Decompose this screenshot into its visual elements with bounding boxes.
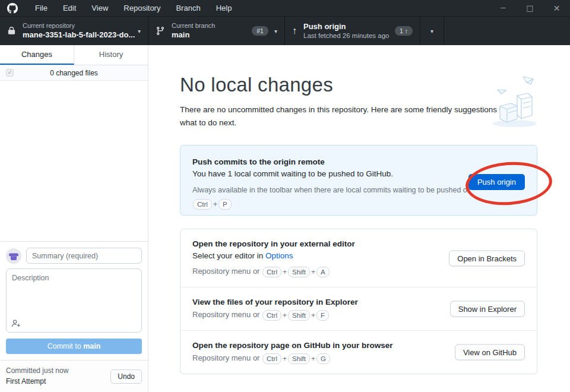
person-add-icon [11,318,21,328]
keycap-shift: Shift [288,353,310,364]
changed-files-count: 0 changed files [0,69,148,77]
changes-list-empty-area [0,81,148,241]
last-commit-name: First Attempt [6,377,68,387]
card-explorer-note: Repository menu or [192,311,262,320]
toolbar: Current repository mane-3351-lab-5-fall-… [0,17,570,45]
toolbar-filler [444,17,570,45]
menu-item-file[interactable]: File [27,0,55,17]
repository-label: Current repository [23,22,135,30]
suggestion-card-editor: Open the repository in your external edi… [180,229,537,287]
card-editor-shortcut: Repository menu or Ctrl+Shift+A [192,267,525,277]
chevron-down-icon: ▾ [274,28,277,34]
branch-switcher-text: Current branch main [172,22,215,40]
minimize-button[interactable]: ─ [490,0,517,17]
keycap-f: F [316,310,329,321]
push-origin-toolbar-button[interactable]: ↑ Push origin Last fetched 26 minutes ag… [285,17,420,45]
keycap-shift: Shift [288,310,310,321]
changed-files-row: ✓ 0 changed files [0,65,148,81]
push-options-dropdown[interactable]: ▾ [420,17,444,45]
git-branch-icon [156,26,165,36]
github-desktop-window: { "icons": { "chevron_down": "▾", "arrow… [0,0,570,392]
keycap-shift: Shift [288,267,310,277]
push-origin-label: Push origin [303,22,390,31]
options-link[interactable]: Options [265,251,293,260]
no-changes-illustration [490,74,540,131]
menu-item-help[interactable]: Help [208,0,240,17]
branch-switcher[interactable]: Current branch main #1 ▾ [148,17,285,45]
commit-button-prefix: Commit to [48,342,83,350]
repository-switcher-text: Current repository mane-3351-lab-5-fall-… [23,22,135,40]
show-in-explorer-button[interactable]: Show in Explorer [450,301,525,317]
card-push-shortcut: Ctrl+P [192,198,525,210]
key-plus: + [311,268,315,276]
branch-name: main [172,30,215,40]
menu-item-branch[interactable]: Branch [168,0,208,17]
suggestion-card-github: Open the repository page on GitHub in yo… [180,331,537,374]
card-github-note: Repository menu or [192,354,262,363]
keycap-p: P [218,199,232,210]
keycap-ctrl: Ctrl [262,310,281,321]
keycap-ctrl: Ctrl [262,267,281,277]
keycap-ctrl: Ctrl [262,353,281,364]
menu-bar: File Edit View Repository Branch Help ─ … [0,0,570,17]
open-in-brackets-button[interactable]: Open in Brackets [449,250,525,266]
suggestion-list: Open the repository in your external edi… [180,229,537,374]
lock-icon [7,26,16,36]
window-controls: ─ □ ✕ [490,0,570,17]
tab-changes[interactable]: Changes [0,45,74,65]
key-plus: + [283,268,287,276]
undo-button[interactable]: Undo [110,369,142,384]
keycap-ctrl: Ctrl [193,199,212,210]
check-icon: ✓ [8,70,12,75]
sidebar-tabs: Changes History [0,45,148,65]
menu-item-edit[interactable]: Edit [55,0,84,17]
arrow-up-icon: ↑ [292,26,297,36]
commit-form: Commit to main [0,241,148,360]
key-plus: + [283,355,287,363]
suggestion-card-push: Push commits to the origin remote You ha… [180,145,537,216]
select-all-checkbox[interactable]: ✓ [6,69,14,77]
avatar [6,248,21,264]
key-plus: + [311,311,315,320]
sidebar: Changes History ✓ 0 changed files Commit… [0,45,148,392]
key-plus: + [311,355,315,363]
view-on-github-button[interactable]: View on GitHub [455,344,525,361]
repository-switcher[interactable]: Current repository mane-3351-lab-5-fall-… [0,17,148,45]
github-logo-icon [7,3,18,14]
chevron-down-icon: ▾ [430,28,433,34]
key-plus: + [283,311,287,320]
suggestion-card-explorer: View the files of your repository in Exp… [180,287,537,331]
menu-item-view[interactable]: View [84,0,116,17]
push-origin-button[interactable]: Push origin [468,174,525,190]
description-input[interactable] [6,268,142,333]
card-editor-title: Open the repository in your external edi… [192,239,525,248]
commit-to-main-button[interactable]: Commit to main [6,339,142,354]
commit-button-branch: main [83,342,100,350]
menu-item-repository[interactable]: Repository [116,0,168,17]
push-origin-text: Push origin Last fetched 26 minutes ago [303,22,390,40]
card-push-title: Push commits to the origin remote [192,157,525,166]
maximize-button[interactable]: □ [517,0,543,17]
last-fetched-status: Last fetched 26 minutes ago [303,31,390,40]
summary-input[interactable] [26,248,142,264]
repository-name: mane-3351-lab-5-fall-2023-do... [23,30,135,40]
tab-history[interactable]: History [74,45,148,65]
card-editor-note: Repository menu or [192,267,262,276]
chevron-down-icon: ▾ [138,28,141,34]
main-content: No local changes There are no uncommitte… [148,45,570,392]
close-button[interactable]: ✕ [543,0,570,17]
undo-commit-bar: Committed just now First Attempt Undo [0,360,148,392]
card-editor-body-prefix: Select your editor in [192,251,265,260]
commit-status-text: Committed just now [6,366,68,376]
page-subtitle: There are no uncommitted changes in this… [180,103,512,129]
branch-label: Current branch [172,22,215,30]
pull-request-badge: #1 [252,26,268,36]
ahead-count-badge: 1 ↑ [395,26,413,36]
keycap-g: G [316,353,330,364]
key-plus: + [213,200,217,208]
keycap-a: A [316,267,330,277]
add-co-authors-button[interactable] [11,318,21,328]
